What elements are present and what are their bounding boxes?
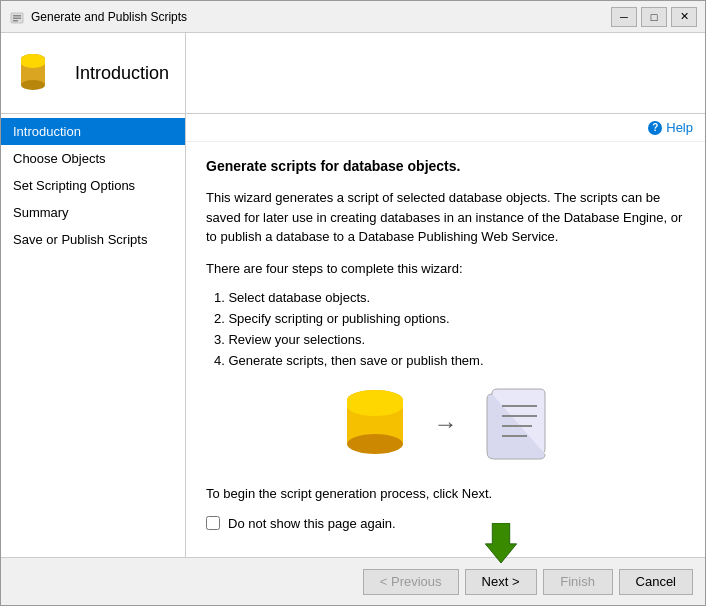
help-icon: ? xyxy=(648,121,662,135)
script-icon xyxy=(482,384,552,464)
svg-rect-3 xyxy=(13,20,18,22)
content-header-spacer xyxy=(186,33,705,113)
maximize-button[interactable]: □ xyxy=(641,7,667,27)
arrow-icon: → xyxy=(434,410,458,438)
begin-text: To begin the script generation process, … xyxy=(206,484,685,504)
step-1: 1. Select database objects. xyxy=(206,290,685,305)
nav-item-set-scripting-options[interactable]: Set Scripting Options xyxy=(1,172,185,199)
nav-item-summary[interactable]: Summary xyxy=(1,199,185,226)
svg-point-9 xyxy=(21,58,45,68)
content-help-row: ? Help xyxy=(186,114,705,142)
step-2: 2. Specify scripting or publishing optio… xyxy=(206,311,685,326)
window-title: Generate and Publish Scripts xyxy=(31,10,611,24)
footer: < Previous Next > Finish Cancel xyxy=(1,557,705,605)
nav-item-save-publish-scripts[interactable]: Save or Publish Scripts xyxy=(1,226,185,253)
illustration: → xyxy=(206,384,685,464)
nav-items: Introduction Choose Objects Set Scriptin… xyxy=(1,114,185,253)
content-body: Generate scripts for database objects. T… xyxy=(186,142,705,557)
app-icon xyxy=(9,9,25,25)
dont-show-checkbox[interactable] xyxy=(206,516,220,530)
nav-item-introduction[interactable]: Introduction xyxy=(1,118,185,145)
minimize-button[interactable]: ─ xyxy=(611,7,637,27)
database-icon xyxy=(340,384,410,464)
svg-point-6 xyxy=(21,80,45,90)
previous-button[interactable]: < Previous xyxy=(363,569,459,595)
svg-rect-1 xyxy=(13,15,21,17)
step-3: 3. Review your selections. xyxy=(206,332,685,347)
titlebar: Generate and Publish Scripts ─ □ ✕ xyxy=(1,1,705,33)
svg-marker-20 xyxy=(485,523,516,563)
svg-rect-2 xyxy=(13,17,21,19)
svg-point-12 xyxy=(347,434,403,454)
help-link[interactable]: ? Help xyxy=(648,120,693,135)
next-arrow-indicator xyxy=(483,523,519,563)
content-heading: Generate scripts for database objects. xyxy=(206,158,685,174)
nav-panel: Introduction Choose Objects Set Scriptin… xyxy=(1,114,186,557)
window-controls: ─ □ ✕ xyxy=(611,7,697,27)
dont-show-label[interactable]: Do not show this page again. xyxy=(228,516,396,531)
step-4: 4. Generate scripts, then save or publis… xyxy=(206,353,685,368)
nav-header-area: Introduction xyxy=(1,33,186,113)
content-panel: ? Help Generate scripts for database obj… xyxy=(186,114,705,557)
svg-rect-15 xyxy=(347,400,403,406)
steps-list: 1. Select database objects. 2. Specify s… xyxy=(206,290,685,368)
checkbox-row: Do not show this page again. xyxy=(206,516,685,531)
wizard-icon xyxy=(17,49,65,97)
next-btn-wrapper: Next > xyxy=(465,569,537,595)
dialog-container: Generate and Publish Scripts ─ □ ✕ Intro… xyxy=(1,1,705,605)
cancel-button[interactable]: Cancel xyxy=(619,569,693,595)
main-content: Introduction Choose Objects Set Scriptin… xyxy=(1,114,705,557)
nav-item-choose-objects[interactable]: Choose Objects xyxy=(1,145,185,172)
close-button[interactable]: ✕ xyxy=(671,7,697,27)
top-section: Introduction xyxy=(1,33,705,114)
finish-button[interactable]: Finish xyxy=(543,569,613,595)
next-button[interactable]: Next > xyxy=(465,569,537,595)
steps-intro-text: There are four steps to complete this wi… xyxy=(206,259,685,279)
intro-paragraph: This wizard generates a script of select… xyxy=(206,188,685,247)
nav-header-title: Introduction xyxy=(75,63,169,84)
